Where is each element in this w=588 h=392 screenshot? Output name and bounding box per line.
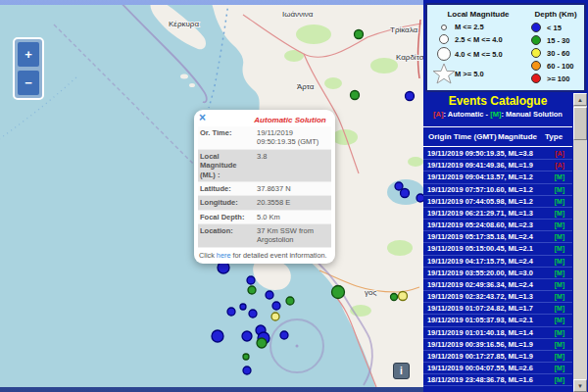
earthquake-marker[interactable] <box>243 367 251 374</box>
popup-detail-row: Focal Depth:5.0 Km <box>198 211 331 224</box>
earthquake-marker[interactable] <box>355 30 364 39</box>
map-info-button[interactable]: i <box>393 363 410 379</box>
depth-dot <box>531 35 541 45</box>
event-row[interactable]: 19/11/2019 01:07:24.82, ML=1.7[M] <box>423 303 572 315</box>
event-details-link[interactable]: here <box>217 251 231 260</box>
event-row-type: [M] <box>547 245 572 252</box>
event-row-text: 19/11/2019 09:04:13.57, ML=1.2 <box>423 172 547 181</box>
map-area[interactable]: ΚέρκυραΙωάννιναΤρίκαλαΚαρδίτσαΆρταγος + … <box>0 5 423 387</box>
event-popup: × Automatic Solution Or. Time:19/11/2019… <box>194 110 335 264</box>
earthquake-marker[interactable] <box>248 286 256 294</box>
event-row-text: 19/11/2019 07:57:10.60, ML=1.2 <box>423 185 547 194</box>
event-row[interactable]: 19/11/2019 01:01:40.18, ML=1.4[M] <box>423 327 572 339</box>
earthquake-marker[interactable] <box>399 292 408 301</box>
event-row[interactable]: 19/11/2019 00:17:27.85, ML=1.9[M] <box>423 351 572 363</box>
earthquake-marker[interactable] <box>395 182 403 190</box>
earthquake-marker[interactable] <box>416 194 423 202</box>
depth-dot-icon <box>525 61 547 71</box>
manual-tag: [M] <box>490 110 501 119</box>
earthquake-marker[interactable] <box>332 286 345 299</box>
popup-detail-row: Longitude:20.3558 E <box>198 196 331 210</box>
event-row[interactable]: 19/11/2019 01:05:37.93, ML=2.1[M] <box>423 315 572 326</box>
automatic-tag: [A] <box>433 110 443 119</box>
depth-dot <box>531 23 541 32</box>
earthquake-marker[interactable] <box>401 189 410 198</box>
event-row[interactable]: 19/11/2019 00:39:16.56, ML=1.9[M] <box>423 339 572 351</box>
legend-depth-item: 15 - 30 <box>525 35 586 45</box>
earthquake-marker[interactable] <box>271 313 279 320</box>
scrollbar-thumb[interactable] <box>573 107 587 140</box>
popup-detail-value: 37 Km SSW from Argostolion <box>255 224 331 247</box>
event-row-text: 19/11/2019 00:04:07.55, ML=2.6 <box>423 364 547 372</box>
popup-detail-label: Local Magnitude (ML) : <box>198 150 255 181</box>
earthquake-marker[interactable] <box>243 354 249 360</box>
event-row[interactable]: 19/11/2019 00:04:07.55, ML=2.6[M] <box>423 363 572 374</box>
event-row[interactable]: 19/11/2019 04:17:15.75, ML=2.4[M] <box>423 256 572 268</box>
event-row[interactable]: 19/11/2019 06:21:29.71, ML=1.3[M] <box>423 208 572 220</box>
legend-magnitude: Local Magnitude M <= 2.52.5 < M <= 4.04.… <box>433 10 523 87</box>
event-row-type: [M] <box>547 365 572 371</box>
popup-detail-row: Local Magnitude (ML) :3.8 <box>198 150 331 182</box>
place-label: Ιωάννινα <box>282 10 314 19</box>
event-row-type: [M] <box>547 186 572 193</box>
event-row[interactable]: 19/11/2019 09:50:19.35, ML=3.8[A] <box>423 148 572 160</box>
earthquake-marker[interactable] <box>351 91 360 100</box>
popup-footer: Click here for detailed event informatio… <box>198 248 331 262</box>
event-row[interactable]: 19/11/2019 07:44:05.98, ML=1.2[M] <box>423 196 572 208</box>
subtitle-text: : Automatic - <box>444 110 491 119</box>
event-row[interactable]: 18/11/2019 23:48:36.78, ML=1.6[M] <box>423 374 572 386</box>
event-row[interactable]: 19/11/2019 05:15:00.45, ML=2.1[M] <box>423 243 572 255</box>
earthquake-marker[interactable] <box>257 338 267 348</box>
popup-detail-table: Or. Time:19/11/2019 09:50:19.35 (GMT)Loc… <box>198 126 331 248</box>
earthquake-marker[interactable] <box>406 92 415 101</box>
depth-dot <box>531 74 541 83</box>
event-row-text: 19/11/2019 04:17:15.75, ML=2.4 <box>423 257 547 266</box>
popup-close-icon[interactable]: × <box>199 111 206 124</box>
scroll-up-icon[interactable]: ▲ <box>573 93 587 106</box>
event-row[interactable]: 19/11/2019 07:57:10.60, ML=1.2[M] <box>423 184 572 196</box>
scroll-down-icon[interactable]: ▼ <box>573 379 587 392</box>
legend-depth-label: 15 - 30 <box>547 36 569 45</box>
earthquake-marker[interactable] <box>218 262 229 273</box>
event-row[interactable]: 19/11/2019 02:32:43.72, ML=1.3[M] <box>423 291 572 303</box>
place-label: Τρίκαλα <box>390 25 418 34</box>
event-row[interactable]: 19/11/2019 05:17:35.18, ML=2.4[M] <box>423 231 572 243</box>
earthquake-marker[interactable] <box>280 331 288 339</box>
legend-magnitude-item: M <= 2.5 <box>433 23 523 31</box>
place-label: Καρδίτσα <box>396 53 423 62</box>
events-scrollbar[interactable]: ▲ ▼ <box>573 93 587 392</box>
earthquake-marker[interactable] <box>266 291 273 299</box>
earthquake-marker[interactable] <box>227 308 235 316</box>
earthquake-marker[interactable] <box>272 302 280 310</box>
circle-glyph <box>437 47 451 61</box>
zoom-in-button[interactable]: + <box>18 42 39 67</box>
popup-detail-label: Or. Time: <box>198 126 255 149</box>
event-row[interactable]: 19/11/2019 03:55:20.00, ML=3.0[M] <box>423 268 572 279</box>
earthquake-marker[interactable] <box>249 310 257 318</box>
circle-glyph <box>439 34 449 44</box>
popup-detail-row: Location:37 Km SSW from Argostolion <box>198 224 331 248</box>
page: ΚέρκυραΙωάννιναΤρίκαλαΚαρδίτσαΆρταγος + … <box>0 0 588 392</box>
event-row-text: 18/11/2019 23:48:36.78, ML=1.6 <box>423 375 547 384</box>
earthquake-marker[interactable] <box>212 330 223 342</box>
earthquake-marker[interactable] <box>240 304 246 310</box>
map-frame: ΚέρκυραΙωάννιναΤρίκαλαΚαρδίτσαΆρταγος + … <box>0 0 423 392</box>
earthquake-marker[interactable] <box>242 331 252 341</box>
circle-icon <box>433 24 455 30</box>
zoom-out-button[interactable]: − <box>18 71 39 95</box>
event-row-text: 19/11/2019 02:49:36.34, ML=2.4 <box>423 280 547 289</box>
events-table-body: 19/11/2019 09:50:19.35, ML=3.8[A]19/11/2… <box>423 148 572 386</box>
earthquake-marker[interactable] <box>391 294 398 301</box>
earthquake-marker[interactable] <box>286 297 294 305</box>
event-row[interactable]: 19/11/2019 02:49:36.34, ML=2.4[M] <box>423 279 572 291</box>
event-row-type: [M] <box>547 221 572 228</box>
popup-detail-label: Longitude: <box>198 196 255 209</box>
earthquake-marker[interactable] <box>247 276 255 284</box>
event-row-text: 19/11/2019 00:39:16.56, ML=1.9 <box>423 340 547 349</box>
event-row[interactable]: 19/11/2019 09:04:13.57, ML=1.2[M] <box>423 172 572 183</box>
event-row[interactable]: 19/11/2019 09:41:49.36, ML=1.9[A] <box>423 160 572 172</box>
event-row-text: 19/11/2019 01:05:37.93, ML=2.1 <box>423 316 547 324</box>
footer-text: for detailed event information. <box>230 251 326 260</box>
event-row[interactable]: 19/11/2019 05:24:08.60, ML=2.3[M] <box>423 220 572 231</box>
legend-depth-item: 60 - 100 <box>525 61 586 71</box>
